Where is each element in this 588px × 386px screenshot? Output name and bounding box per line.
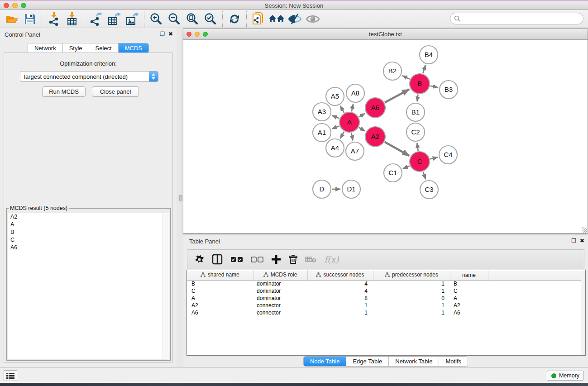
graph-edge-A-A4[interactable] [340,132,344,138]
import-network-icon[interactable] [45,11,63,27]
result-item[interactable]: A6 [8,244,169,252]
graph-node-A2[interactable]: A2 [365,127,385,147]
settings-gear-icon[interactable] [195,255,204,264]
refresh-icon[interactable] [225,11,244,27]
deselect-all-checkboxes-icon[interactable] [251,257,263,262]
graph-node-A6[interactable]: A6 [365,98,385,118]
graph-edge-B-B4[interactable] [423,65,425,73]
graph-node-A3[interactable]: A3 [313,103,331,121]
table-row[interactable]: Adominator80A [187,295,585,302]
panel-splitter-grip[interactable] [179,195,182,201]
graph-node-B4[interactable]: B4 [420,46,438,64]
open-folder-icon[interactable] [3,11,21,27]
graph-node-A4[interactable]: A4 [326,139,344,157]
graph-edge-C-C4[interactable] [430,157,437,159]
import-table-icon[interactable] [63,11,81,27]
column-header-predecessor-nodes[interactable]: predecessor nodes [373,270,450,280]
graph-edge-B-B3[interactable] [430,86,438,87]
show-columns-icon[interactable] [212,254,223,265]
column-header-name[interactable]: name [450,270,488,280]
graph-node-B3[interactable]: B3 [440,81,458,99]
tab-edge-table[interactable]: Edge Table [346,357,389,366]
graph-edge-A-A3[interactable] [332,115,339,118]
graph-edge-A-A1[interactable] [332,126,339,129]
export-network-icon[interactable] [87,11,105,27]
graph-edge-A-A2[interactable] [359,128,365,131]
tab-style[interactable]: Style [63,43,89,53]
graph-node-B2[interactable]: B2 [383,62,402,80]
graph-node-B1[interactable]: B1 [406,103,425,121]
result-item[interactable]: A2 [8,213,169,221]
graph-edge-A-A7[interactable] [351,133,353,141]
save-icon[interactable] [21,11,39,27]
float-panel-icon[interactable]: ❐ [160,31,165,37]
tab-motifs[interactable]: Motifs [439,357,468,366]
column-header-shared-name[interactable]: shared name [187,270,253,280]
result-scrollbar[interactable] [163,213,169,359]
table-row[interactable]: Cdominator41C [187,287,585,295]
graph-node-C1[interactable]: C1 [384,164,402,182]
graph-edge-C-C3[interactable] [423,172,426,180]
result-item[interactable]: A [8,221,169,229]
graph-edge-C-C2[interactable] [417,143,418,151]
delete-table-icon[interactable] [305,256,316,263]
graph-edge-B-B2[interactable] [402,76,410,79]
tab-mcds[interactable]: MCDS [119,43,148,53]
graph-node-D1[interactable]: D1 [342,180,360,198]
close-panel-button[interactable]: Close panel [92,86,139,97]
tab-select[interactable]: Select [89,43,119,53]
graph-node-C2[interactable]: C2 [406,123,425,141]
close-panel-icon[interactable]: ✖ [580,238,584,244]
zoom-in-icon[interactable] [147,11,165,27]
close-panel-icon[interactable]: ✖ [168,31,173,37]
graph-node-C3[interactable]: C3 [420,181,438,199]
graph-node-A1[interactable]: A1 [313,124,331,142]
graph-node-B[interactable]: B [410,74,430,94]
column-header-successor-nodes[interactable]: successor nodes [307,270,373,280]
zoom-selected-icon[interactable] [201,11,220,27]
graph-node-D[interactable]: D [313,180,331,198]
search-input[interactable] [462,15,583,22]
export-image-icon[interactable] [123,11,141,27]
function-builder-icon[interactable]: f(x) [324,254,339,264]
window-resize-handle[interactable] [582,227,587,233]
network-view-window[interactable]: testGlobe.txt B4B2BB3A5A8A6A3B1AA1C2A2A4… [183,29,588,234]
graph-edge-A2-C[interactable] [385,142,409,156]
mcds-result-list[interactable]: A2ABCA6 [8,213,169,359]
network-canvas[interactable]: B4B2BB3A5A8A6A3B1AA1C2A2A4A7C4CC1C3DD1 [184,40,587,233]
graph-node-A8[interactable]: A8 [346,84,364,102]
new-session-from-network-icon[interactable] [249,11,268,27]
criterion-dropdown[interactable]: largest connected component (directed) [20,71,158,82]
graph-node-A7[interactable]: A7 [346,142,364,160]
float-panel-icon[interactable]: ❐ [571,238,576,244]
graph-node-C4[interactable]: C4 [439,146,457,164]
result-item[interactable]: C [8,236,169,244]
table-row[interactable]: A6connector11A6 [187,309,585,316]
graph-node-C[interactable]: C [410,152,430,172]
export-table-icon[interactable] [105,11,123,27]
column-header-mcds-role[interactable]: MCDS role [253,270,307,280]
task-history-button[interactable] [4,370,17,381]
graph-node-A5[interactable]: A5 [326,87,344,105]
home-icon[interactable] [268,11,286,27]
show-graphics-details-icon[interactable] [304,11,322,27]
graph-edge-B-B1[interactable] [417,95,418,101]
memory-button[interactable]: Memory [547,371,584,381]
zoom-fit-icon[interactable] [183,11,201,27]
tab-network[interactable]: Network [28,43,63,53]
delete-columns-icon[interactable] [289,254,297,264]
search-field[interactable] [450,13,583,24]
run-mcds-button[interactable]: Run MCDS [42,86,86,97]
table-row[interactable]: Bdominator41B [187,280,585,287]
graph-edge-A-A5[interactable] [340,106,344,113]
table-scrollbar[interactable] [581,270,585,355]
add-column-icon[interactable] [271,254,281,264]
network-window-titlebar[interactable]: testGlobe.txt [183,29,588,40]
graph-edge-A-A6[interactable] [359,114,365,117]
select-all-checkboxes-icon[interactable] [230,257,243,262]
tab-node-table[interactable]: Node Table [304,357,347,366]
hide-graphics-details-icon[interactable] [286,11,304,27]
graph-node-A[interactable]: A [339,112,359,132]
tab-network-table[interactable]: Network Table [389,357,439,366]
table-row[interactable]: A2connector11A2 [187,302,585,309]
